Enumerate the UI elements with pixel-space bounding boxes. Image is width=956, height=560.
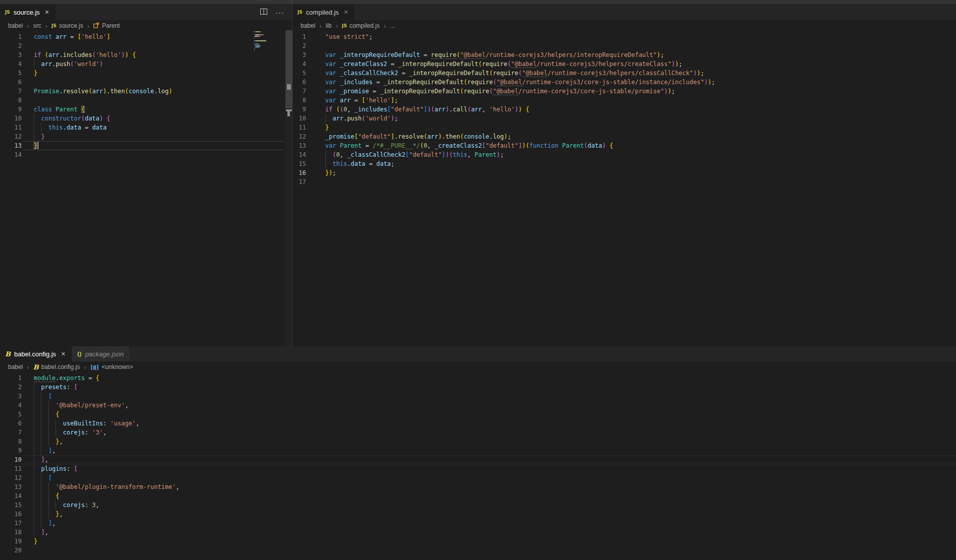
line-number[interactable]: 6 — [0, 419, 22, 428]
line-number[interactable]: 19 — [0, 537, 22, 546]
editor-group-divider[interactable] — [292, 0, 292, 346]
code-line[interactable]: 1"use strict"; — [292, 32, 956, 41]
line-number[interactable]: 13 — [0, 482, 22, 491]
code-line[interactable]: 3 [ — [0, 392, 956, 401]
code-line[interactable]: 9 ], — [0, 446, 956, 455]
line-number[interactable]: 17 — [0, 519, 22, 528]
code-line[interactable]: 12 } — [0, 132, 292, 141]
line-number[interactable]: 8 — [0, 96, 22, 105]
breadcrumb-file[interactable]: JS compiled.js — [342, 22, 380, 29]
line-number[interactable]: 12 — [0, 473, 22, 482]
line-number[interactable]: 3 — [292, 50, 306, 59]
close-icon[interactable]: × — [43, 8, 50, 16]
code-line[interactable]: 5 { — [0, 410, 956, 419]
code-line[interactable]: 17 ], — [0, 519, 956, 528]
code-line[interactable]: 11} — [292, 123, 956, 132]
code-line[interactable]: 3var _interopRequireDefault = require("@… — [292, 50, 956, 59]
line-number[interactable]: 1 — [0, 32, 22, 41]
code-line[interactable]: 13 '@babel/plugin-transform-runtime', — [0, 482, 956, 491]
line-number[interactable]: 8 — [292, 96, 306, 105]
code-line[interactable]: 4 arr.push('world') — [0, 59, 292, 69]
tab-package-json[interactable]: {} package.json — [72, 346, 129, 361]
code-line[interactable]: 12_promise["default"].resolve(arr).then(… — [292, 132, 956, 141]
line-number[interactable]: 5 — [0, 410, 22, 419]
code-line[interactable]: 6 useBuiltIns: 'usage', — [0, 419, 956, 428]
code-line[interactable]: 17 — [292, 177, 956, 186]
breadcrumb-folder[interactable]: babel — [8, 363, 23, 370]
line-number[interactable]: 11 — [0, 464, 22, 473]
line-number[interactable]: 4 — [0, 401, 22, 410]
code-line[interactable]: 3if (arr.includes('hello')) { — [0, 50, 292, 59]
code-line[interactable]: 7Promise.resolve(arr).then(console.log) — [0, 87, 292, 96]
code-line[interactable]: 7var _promise = _interopRequireDefault(r… — [292, 87, 956, 96]
code-line[interactable]: 16}); — [292, 168, 956, 177]
line-number[interactable]: 9 — [292, 105, 306, 114]
line-number[interactable]: 11 — [0, 123, 22, 132]
line-number[interactable]: 15 — [292, 159, 306, 168]
line-number[interactable]: 16 — [0, 510, 22, 519]
line-number[interactable]: 10 — [0, 114, 22, 123]
code-line[interactable]: 8 }, — [0, 437, 956, 446]
line-number[interactable]: 15 — [0, 501, 22, 510]
line-number[interactable]: 7 — [292, 87, 306, 96]
line-number[interactable]: 7 — [0, 87, 22, 96]
line-number[interactable]: 2 — [292, 41, 306, 50]
code-line[interactable]: 6 — [0, 78, 292, 87]
breadcrumb-file[interactable]: B babel.config.js — [33, 363, 80, 371]
code-line[interactable]: 2 — [0, 41, 292, 50]
code-line[interactable]: 15 this.data = data; — [292, 159, 956, 168]
tab-compiled-js[interactable]: JS compiled.js × — [292, 4, 355, 20]
line-number[interactable]: 7 — [0, 428, 22, 437]
code-line[interactable]: 16 }, — [0, 510, 956, 519]
line-number[interactable]: 12 — [292, 132, 306, 141]
code-line[interactable]: 20 — [0, 546, 956, 555]
code-line[interactable]: 6var _includes = _interopRequireDefault(… — [292, 78, 956, 87]
line-number[interactable]: 14 — [0, 491, 22, 501]
line-number[interactable]: 16 — [292, 168, 306, 177]
close-icon[interactable]: × — [342, 8, 349, 16]
code-line[interactable]: 5var _classCallCheck2 = _interopRequireD… — [292, 69, 956, 78]
breadcrumb-file[interactable]: JS source.js — [51, 22, 83, 29]
code-line[interactable]: 2 presets: [ — [0, 383, 956, 392]
code-line[interactable]: 14 { — [0, 491, 956, 501]
breadcrumb-folder[interactable]: babel — [8, 22, 23, 29]
code-line[interactable]: 1module.exports = { — [0, 374, 956, 383]
line-number[interactable]: 13 — [0, 141, 22, 150]
line-number[interactable]: 4 — [292, 59, 306, 69]
breadcrumb-folder[interactable]: babel — [301, 22, 315, 29]
line-number[interactable]: 3 — [0, 392, 22, 401]
line-number[interactable]: 17 — [292, 177, 306, 186]
tab-babel-config-js[interactable]: B babel.config.js × — [0, 346, 72, 361]
line-number[interactable]: 1 — [0, 374, 22, 383]
split-editor-icon[interactable] — [260, 8, 267, 17]
line-number[interactable]: 4 — [0, 59, 22, 69]
code-line[interactable]: 8 — [0, 96, 292, 105]
scrollbar-thumb[interactable] — [285, 30, 292, 108]
code-editor-config[interactable]: 1module.exports = {2 presets: [3 [4 '@ba… — [0, 372, 956, 555]
line-number[interactable]: 9 — [0, 446, 22, 455]
code-line[interactable]: 10 constructor(data) { — [0, 114, 292, 123]
code-editor-source[interactable]: 1const arr = ['hello']23if (arr.includes… — [0, 31, 292, 159]
code-line[interactable]: 10 arr.push('world'); — [292, 114, 956, 123]
breadcrumb-folder[interactable]: src — [33, 22, 41, 29]
line-number[interactable]: 3 — [0, 50, 22, 59]
code-line[interactable]: 13var Parent = /*#__PURE__*/(0, _createC… — [292, 141, 956, 150]
line-number[interactable]: 10 — [292, 114, 306, 123]
code-line[interactable]: 7 corejs: '3', — [0, 428, 956, 437]
code-line[interactable]: 15 corejs: 3, — [0, 501, 956, 510]
code-line[interactable]: 14 (0, _classCallCheck2["default"])(this… — [292, 150, 956, 159]
code-line[interactable]: 14 — [0, 150, 292, 159]
breadcrumb-symbol[interactable]: Parent — [93, 22, 119, 30]
code-line[interactable]: 5} — [0, 69, 292, 78]
code-line[interactable]: 9class Parent { — [0, 105, 292, 114]
code-editor-compiled[interactable]: 1"use strict";23var _interopRequireDefau… — [292, 31, 956, 186]
code-line[interactable]: 4var _createClass2 = _interopRequireDefa… — [292, 59, 956, 69]
line-number[interactable]: 14 — [0, 150, 22, 159]
line-number[interactable]: 6 — [0, 78, 22, 87]
code-line[interactable]: 8var arr = ['hello']; — [292, 96, 956, 105]
code-line[interactable]: 1const arr = ['hello'] — [0, 32, 292, 41]
line-number[interactable]: 2 — [0, 383, 22, 392]
line-number[interactable]: 12 — [0, 132, 22, 141]
line-number[interactable]: 20 — [0, 546, 22, 555]
code-line[interactable]: 18 ], — [0, 528, 956, 537]
